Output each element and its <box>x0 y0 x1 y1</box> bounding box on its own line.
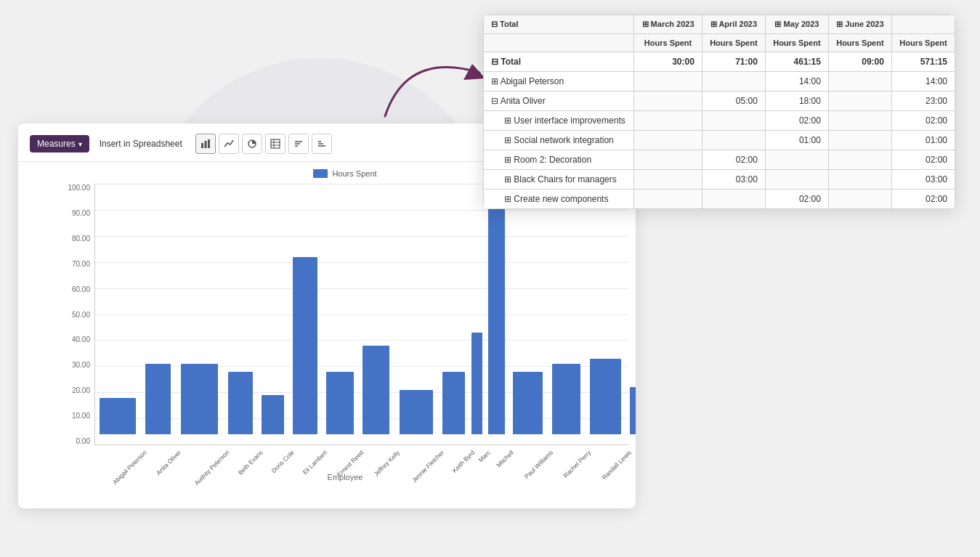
total-header: ⊟ Total <box>484 15 634 34</box>
bar-label: Beth Evans <box>237 449 264 476</box>
bar-wrapper: Keith Byrd <box>440 184 468 444</box>
row-label-header <box>484 34 634 52</box>
bar <box>513 372 543 434</box>
insert-spreadsheet-button[interactable]: Insert in Spreadsheet <box>95 136 187 152</box>
cell-value: 14:00 <box>891 72 955 92</box>
pivot-table-panel: ⊟ Total ⊞ March 2023 ⊞ April 2023 ⊞ May … <box>483 15 955 209</box>
row-label: ⊞ Social network integration <box>484 131 634 150</box>
grand-total-header <box>891 15 955 34</box>
bar <box>471 333 482 434</box>
y-label-90: 90.00 <box>62 209 90 217</box>
bar-wrapper: Rachel Perry <box>548 184 584 444</box>
cell-value <box>828 190 891 209</box>
cell-value <box>828 72 891 92</box>
bar-wrapper: Randall Lewis <box>586 184 625 444</box>
cell-value: 14:00 <box>765 72 828 92</box>
cell-value <box>828 131 891 150</box>
bar <box>181 364 218 434</box>
bar-wrapper: Audrey Peterson <box>177 184 222 444</box>
table-row: ⊟ Anita Oliver05:0018:0023:00 <box>484 92 955 111</box>
bar-wrapper: Beth Evans <box>224 184 256 444</box>
june-header: ⊞ June 2023 <box>828 15 891 34</box>
table-row: ⊞ Social network integration01:0001:00 <box>484 131 955 150</box>
bar-wrapper: Anita Oliver <box>142 184 174 444</box>
total-hours-header: Hours Spent <box>891 34 955 52</box>
cell-value: 02:00 <box>765 190 828 209</box>
svg-marker-0 <box>463 64 485 80</box>
cell-value: 02:00 <box>891 190 955 209</box>
arrow-decoration <box>378 36 494 133</box>
bar-label: Jennie Fletcher <box>410 449 445 484</box>
toolbar-icons <box>195 134 332 154</box>
y-label-50: 50.00 <box>62 311 90 319</box>
y-label-100: 100.00 <box>62 184 90 192</box>
bar-wrapper: Eli Lambert <box>289 184 320 444</box>
cell-value <box>765 170 828 190</box>
svg-rect-2 <box>204 141 206 148</box>
row-label: ⊞ Room 2: Decoration <box>484 150 634 170</box>
cell-value: 02:00 <box>702 150 765 170</box>
april-hours-header: Hours Spent <box>702 34 765 52</box>
cell-value <box>634 190 702 209</box>
cell-value: 05:00 <box>702 92 765 111</box>
bar-label: Randall Lewis <box>600 449 632 481</box>
svg-rect-5 <box>271 139 280 148</box>
table-row: ⊞ Create new components02:0002:00 <box>484 190 955 209</box>
chart-area: Hours Spent 0.00 10.00 20.00 30.00 40.00… <box>18 162 636 503</box>
table-icon[interactable] <box>265 134 286 154</box>
bar <box>228 372 254 434</box>
table-row: ⊟ Total30:0071:00461:1509:00571:15 <box>484 52 955 72</box>
y-label-70: 70.00 <box>62 260 90 268</box>
cell-value: 30:00 <box>634 52 702 72</box>
bar <box>145 364 171 434</box>
cell-value: 01:00 <box>891 131 955 150</box>
y-label-30: 30.00 <box>62 361 90 369</box>
cell-value: 23:00 <box>891 92 955 111</box>
measures-button[interactable]: Measures <box>30 135 89 153</box>
cell-value: 09:00 <box>828 52 891 72</box>
bar-label: Doris Cole <box>270 449 295 474</box>
y-label-20: 20.00 <box>62 386 90 394</box>
x-axis-label: Employee <box>328 473 363 481</box>
bar <box>488 192 505 434</box>
bar <box>293 257 317 434</box>
bar <box>363 346 389 434</box>
cell-value <box>634 170 702 190</box>
cell-value <box>828 92 891 111</box>
bar <box>552 364 580 434</box>
cell-value: 02:00 <box>891 150 955 170</box>
bar-label: Paul Williams <box>523 449 554 480</box>
y-label-80: 80.00 <box>62 235 90 243</box>
april-header: ⊞ April 2023 <box>702 15 765 34</box>
cell-value <box>828 170 891 190</box>
cell-value <box>634 111 702 131</box>
cell-value: 03:00 <box>702 170 765 190</box>
table-row: ⊞ Room 2: Decoration02:0002:00 <box>484 150 955 170</box>
table-row: ⊞ Abigail Peterson14:0014:00 <box>484 72 955 92</box>
y-label-40: 40.00 <box>62 336 90 343</box>
sort-desc-icon[interactable] <box>312 134 332 154</box>
row-label: ⊟ Total <box>484 52 634 72</box>
cell-value: 02:00 <box>765 111 828 131</box>
march-hours-header: Hours Spent <box>634 34 702 52</box>
bar <box>262 395 285 434</box>
header-row-2: Hours Spent Hours Spent Hours Spent Hour… <box>484 34 955 52</box>
bar-label: Eli Lambert <box>301 449 328 476</box>
bar-wrapper: Ernest Reed <box>323 184 357 444</box>
cell-value <box>634 150 702 170</box>
bar-wrapper: Jennie Fletcher <box>395 184 437 444</box>
sort-asc-icon[interactable] <box>288 134 309 154</box>
bar-label: Abigail Peterson <box>111 449 148 486</box>
cell-value: 571:15 <box>891 52 955 72</box>
cell-value <box>765 150 828 170</box>
cell-value <box>634 72 702 92</box>
line-chart-icon[interactable] <box>219 134 239 154</box>
bar-chart-icon[interactable] <box>195 134 216 154</box>
bar-wrapper: Mitchell <box>486 184 507 444</box>
pie-chart-icon[interactable] <box>242 134 262 154</box>
svg-rect-1 <box>201 143 203 148</box>
march-header: ⊞ March 2023 <box>634 15 702 34</box>
bar <box>400 390 434 434</box>
row-label: ⊟ Anita Oliver <box>484 92 634 111</box>
bar <box>326 372 354 434</box>
